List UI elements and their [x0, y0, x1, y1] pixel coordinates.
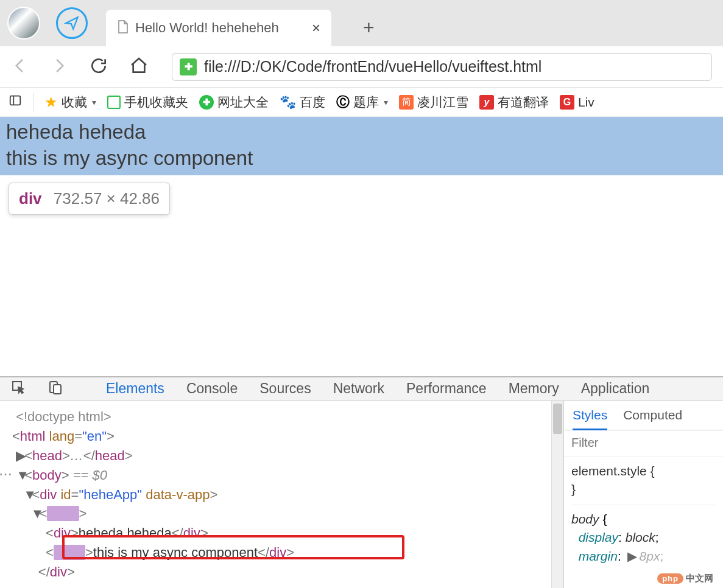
tab-memory[interactable]: Memory [509, 380, 559, 397]
overflow-dots: ⋯ [0, 464, 13, 484]
inspect-icon[interactable] [11, 380, 26, 398]
star-icon: ★ [44, 94, 58, 111]
tiku-icon: Ⓒ [336, 93, 350, 111]
reload-button[interactable] [89, 56, 108, 78]
tab-title: Hello World! heheheheh [135, 20, 306, 36]
page-line-1: heheda heheda [6, 119, 718, 145]
bookmark-favorites[interactable]: ★收藏▾ [44, 94, 96, 111]
home-button[interactable] [129, 56, 149, 78]
devtools-tabs: Elements Console Sources Network Perform… [0, 377, 723, 401]
styles-filter[interactable] [564, 430, 723, 457]
360-icon: ✚ [199, 95, 214, 110]
svg-rect-0 [10, 96, 21, 105]
highlighted-element: heheda heheda this is my async component [0, 117, 723, 175]
chevron-down-icon: ▾ [92, 97, 96, 107]
bookmark-mobile[interactable]: 手机收藏夹 [107, 94, 188, 111]
tab-application[interactable]: Application [581, 380, 650, 397]
url-text: file:///D:/OK/Code/frontEnd/vueHello/vue… [204, 58, 541, 75]
dom-tree[interactable]: ⋯ <!doctype html> <html lang="en"> ▶<hea… [0, 401, 551, 588]
styles-tab-computed[interactable]: Computed [623, 408, 682, 422]
tab-network[interactable]: Network [333, 380, 384, 397]
styles-tab-styles[interactable]: Styles [573, 408, 607, 430]
filter-input[interactable] [571, 436, 716, 450]
watermark: php 中文网 [657, 573, 713, 584]
tab-sources[interactable]: Sources [259, 380, 311, 397]
url-box[interactable]: ✚ file:///D:/OK/Code/frontEnd/vueHello/v… [172, 53, 712, 81]
bookmark-lingchuan[interactable]: 简凌川江雪 [399, 94, 468, 111]
tab-console[interactable]: Console [186, 380, 238, 397]
svg-rect-3 [54, 385, 61, 394]
new-tab-button[interactable]: + [363, 16, 375, 39]
mobile-icon [107, 96, 121, 109]
style-rules[interactable]: element.style { } body { display: block;… [564, 457, 723, 570]
bookmark-bar: ★收藏▾ 手机收藏夹 ✚网址大全 🐾百度 Ⓒ题库▾ 简凌川江雪 y有道翻译 GL… [0, 88, 723, 117]
bookmark-tiku[interactable]: Ⓒ题库▾ [336, 93, 388, 111]
tab-performance[interactable]: Performance [406, 380, 487, 397]
file-icon [117, 19, 129, 37]
devtools-pin-icon[interactable] [9, 94, 22, 110]
page-line-2: this is my async component [6, 145, 718, 172]
shield-icon: ✚ [180, 58, 197, 75]
tooltip-dimensions: 732.57 × 42.86 [54, 189, 160, 208]
forward-button[interactable] [50, 57, 68, 77]
g-icon: G [560, 95, 574, 110]
device-icon[interactable] [48, 380, 62, 398]
styles-panel: Styles Computed element.style { } body {… [563, 401, 723, 588]
inspect-tooltip: div 732.57 × 42.86 [9, 183, 170, 215]
devtools-panel: Elements Console Sources Network Perform… [0, 376, 723, 588]
jian-icon: 简 [399, 95, 414, 110]
devtools-body: ⋯ <!doctype html> <html lang="en"> ▶<hea… [0, 401, 723, 588]
dom-scrollbar[interactable] [551, 401, 563, 588]
browser-tab[interactable]: Hello World! heheheheh × [106, 10, 331, 46]
bookmark-liv[interactable]: GLiv [560, 95, 594, 110]
bookmark-youdao[interactable]: y有道翻译 [479, 94, 549, 111]
page-viewport: heheda heheda this is my async component… [0, 117, 723, 376]
tab-strip: Hello World! heheheheh × + [0, 0, 723, 46]
close-icon[interactable]: × [312, 19, 320, 37]
address-bar: ✚ file:///D:/OK/Code/frontEnd/vueHello/v… [0, 46, 723, 88]
chevron-down-icon: ▾ [384, 97, 388, 107]
back-button[interactable] [11, 57, 29, 77]
bookmark-360[interactable]: ✚网址大全 [199, 94, 269, 111]
styles-tabs: Styles Computed [564, 401, 723, 430]
baidu-icon: 🐾 [280, 94, 296, 110]
send-icon[interactable] [56, 7, 88, 39]
profile-avatar[interactable] [7, 7, 40, 40]
tooltip-tag: div [19, 189, 42, 208]
youdao-icon: y [479, 95, 494, 110]
bookmark-baidu[interactable]: 🐾百度 [280, 94, 325, 111]
